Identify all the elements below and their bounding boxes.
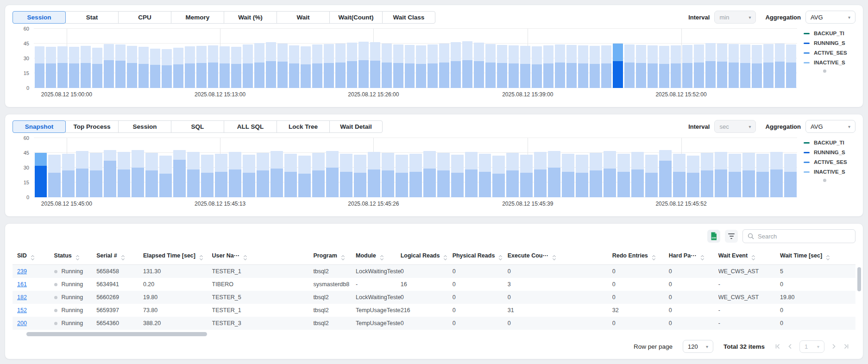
stacked-bar[interactable] [208,45,218,88]
stacked-bar[interactable] [118,152,130,197]
column-header-program[interactable]: Program [313,248,356,265]
stacked-bar[interactable] [173,150,186,197]
stacked-bar[interactable] [254,43,264,88]
stacked-bar[interactable] [717,44,727,88]
stacked-bar[interactable] [187,152,200,197]
stacked-bar[interactable] [396,155,408,197]
stacked-bar[interactable] [715,152,727,197]
column-header-serial[interactable]: Serial # [96,248,143,265]
stacked-bar[interactable] [132,150,144,197]
horizontal-scrollbar-thumb[interactable] [26,332,207,336]
legend-item-active-ses[interactable]: ACTIVE_SES [804,159,855,165]
sid-link[interactable]: 239 [17,268,27,275]
sort-icon[interactable] [653,256,655,260]
tab-wait-class[interactable]: Wait Class [382,11,435,24]
stacked-bar[interactable] [687,156,699,197]
stacked-bar[interactable] [48,155,61,197]
stacked-bar[interactable] [439,44,449,88]
legend-item-running-s[interactable]: RUNNING_S [804,150,855,155]
stacked-bar[interactable] [604,151,616,197]
stacked-bar[interactable] [201,155,214,197]
stacked-bar[interactable] [301,46,311,88]
sid-link[interactable]: 182 [17,294,27,301]
tab-memory[interactable]: Memory [171,11,224,24]
stacked-bar[interactable] [220,46,230,88]
stacked-bar[interactable] [465,152,478,197]
stacked-bar[interactable] [648,45,658,88]
sort-icon[interactable] [553,256,555,260]
table-row[interactable]: 161Running56349410.20TIBEROsysmasterdb8-… [13,278,855,291]
tab-wait[interactable]: Wait [277,11,330,24]
stacked-bar[interactable] [576,155,588,197]
stacked-bar[interactable] [92,48,102,88]
column-header-redo-entries[interactable]: Redo Entries [612,248,669,265]
sort-icon[interactable] [827,256,829,260]
stacked-bar[interactable] [682,45,692,88]
stacked-bar[interactable] [462,41,472,88]
stacked-bar[interactable] [729,44,739,88]
stacked-bar[interactable] [474,43,484,88]
stacked-bar[interactable] [555,44,565,88]
last-page-button[interactable] [843,344,849,349]
search-input[interactable] [758,233,850,240]
stacked-bar[interactable] [185,46,195,88]
aggregation-select[interactable]: AVG ▾ [805,11,855,24]
stacked-bar[interactable] [69,47,79,88]
column-header-status[interactable]: Status [54,248,97,265]
stacked-bar[interactable] [115,44,126,88]
stacked-bar[interactable] [243,155,255,197]
stacked-bar[interactable] [229,152,241,197]
column-header-sid[interactable]: SID [13,248,54,265]
sort-icon[interactable] [244,256,246,260]
stacked-bar[interactable] [659,150,672,197]
stacked-bar[interactable] [145,153,158,197]
sort-icon[interactable] [701,256,704,260]
stacked-bar[interactable] [335,44,346,88]
row-per-page-select[interactable]: 120 ▾ [683,340,713,353]
stacked-bar[interactable] [578,45,588,88]
table-row[interactable]: 182Running566026919.80TESTER_5tbsql2Lock… [13,291,855,304]
sort-icon[interactable] [752,256,755,260]
tab-wait-count[interactable]: Wait(Count) [329,11,383,24]
tab-sql[interactable]: SQL [171,120,224,133]
stacked-bar[interactable] [770,152,783,197]
table-row[interactable]: 152Running565939773.80TESTER_1tbsql2Temp… [13,304,855,317]
stacked-bar[interactable] [631,152,644,197]
stacked-bar[interactable] [775,44,785,88]
stacked-bar[interactable] [497,45,507,88]
stacked-bar[interactable] [645,155,658,197]
stacked-bar[interactable] [705,43,716,88]
stacked-bar[interactable] [428,44,438,88]
stacked-bar[interactable] [479,154,491,197]
sid-link[interactable]: 200 [17,320,27,326]
stacked-bar[interactable] [562,154,574,197]
column-header-elapsed-time-sec[interactable]: Elapsed Time [sec] [143,248,212,265]
stacked-bar[interactable] [326,151,339,197]
tab-snapshot[interactable]: Snapshot [13,120,66,133]
stacked-bar[interactable] [548,151,560,197]
stacked-bar[interactable] [729,154,741,197]
legend-item-inactive-s[interactable]: INACTIVE_S [804,60,855,65]
column-header-wait-time-sec[interactable]: Wait Time [sec] [780,248,855,265]
stacked-bar[interactable] [617,154,630,197]
stacked-bar[interactable] [590,153,602,197]
next-page-button[interactable] [831,344,836,349]
sort-icon[interactable] [122,256,124,260]
stacked-bar[interactable] [382,153,394,197]
prev-page-button[interactable] [788,344,793,349]
stacked-bar[interactable] [324,44,334,88]
stacked-bar[interactable] [57,46,68,88]
stacked-bar[interactable] [601,45,611,88]
interval-select[interactable]: min ▾ [714,11,756,24]
sid-link[interactable]: 161 [17,281,27,288]
stacked-bar[interactable] [566,45,577,88]
csv-export-button[interactable]: csv [707,230,720,243]
stacked-bar[interactable] [173,48,183,88]
stacked-bar[interactable] [520,46,530,88]
stacked-bar[interactable] [35,46,45,88]
tab-session[interactable]: Session [118,120,171,133]
first-page-button[interactable] [775,344,781,349]
stacked-bar[interactable] [162,49,172,88]
sid-link[interactable]: 152 [17,307,27,314]
stacked-bar[interactable] [359,42,369,88]
